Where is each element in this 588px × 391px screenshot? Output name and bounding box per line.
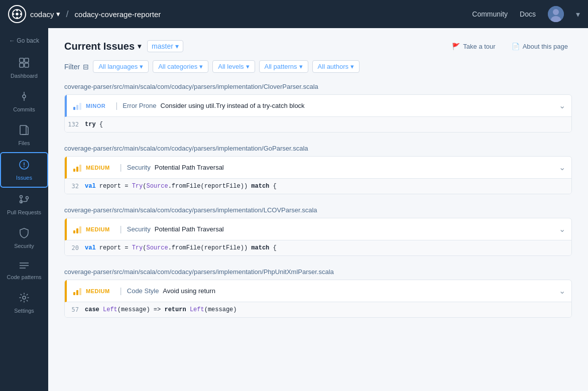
severity-label: MEDIUM	[86, 226, 110, 232]
dashboard-icon	[19, 57, 30, 70]
issue-expand-chevron[interactable]: ⌄	[559, 163, 565, 172]
issue-groups: coverage-parser/src/main/scala/com/codac…	[64, 83, 572, 318]
code-patterns-icon	[19, 261, 30, 271]
header-actions: 🚩 Take a tour 📄 About this page	[448, 41, 572, 52]
svg-point-13	[23, 95, 26, 98]
svg-point-26	[23, 296, 26, 299]
svg-point-5	[13, 13, 15, 15]
issue-filepath: coverage-parser/src/main/scala/com/codac…	[64, 206, 572, 214]
svg-point-1	[16, 13, 19, 16]
svg-rect-11	[20, 63, 24, 67]
issue-filepath: coverage-parser/src/main/scala/com/codac…	[64, 268, 572, 276]
issue-message: Consider using util.Try instead of a try…	[161, 102, 559, 109]
issue-group: coverage-parser/src/main/scala/com/codac…	[64, 83, 572, 133]
security-icon	[19, 227, 29, 240]
title-area: Current Issues ▾ master ▾	[64, 40, 183, 52]
filter-language[interactable]: All languages ▾	[93, 60, 149, 73]
severity-label: MINOR	[86, 103, 105, 109]
sidebar-item-dashboard-label: Dashboard	[11, 73, 38, 79]
issue-category: Error Prone	[123, 102, 156, 109]
issue-group: coverage-parser/src/main/scala/com/codac…	[64, 145, 572, 194]
code-line: 20val report = Try(Source.fromFile(repor…	[65, 240, 571, 255]
org-selector[interactable]: codacy ▾	[30, 10, 60, 19]
filter-icon: ⊟	[83, 63, 89, 71]
sidebar-item-security-label: Security	[14, 243, 34, 249]
svg-point-20	[20, 196, 23, 198]
sidebar-item-dashboard[interactable]: Dashboard	[0, 51, 48, 85]
sidebar-item-issues-label: Issues	[16, 175, 32, 181]
issue-card: MEDIUM|SecurityPotential Path Traversal⌄…	[64, 156, 572, 194]
sidebar-item-code-patterns-label: Code patterns	[7, 274, 41, 280]
svg-point-22	[26, 197, 29, 199]
issue-header[interactable]: MEDIUM|Code StyleAvoid using return⌄	[65, 280, 571, 302]
line-code: try {	[85, 121, 103, 128]
branch-chevron: ▾	[175, 42, 179, 50]
sidebar-item-settings[interactable]: Settings	[0, 286, 48, 320]
issue-group: coverage-parser/src/main/scala/com/codac…	[64, 268, 572, 318]
sidebar-item-pull-requests[interactable]: Pull Requests	[0, 188, 48, 221]
sidebar-item-security[interactable]: Security	[0, 221, 48, 255]
svg-rect-12	[25, 63, 29, 67]
sidebar-item-commits-label: Commits	[13, 106, 35, 112]
filter-language-chevron: ▾	[140, 63, 143, 70]
issue-card: MEDIUM|SecurityPotential Path Traversal⌄…	[64, 218, 572, 256]
issue-header[interactable]: MINOR|Error ProneConsider using util.Try…	[65, 95, 571, 117]
sidebar-item-pull-requests-label: Pull Requests	[7, 209, 41, 215]
topnav: codacy ▾ / codacy-coverage-reporter Comm…	[0, 0, 588, 28]
commits-icon	[19, 91, 30, 103]
severity-icon	[73, 163, 82, 172]
filter-categories[interactable]: All categories ▾	[153, 60, 208, 73]
branch-selector[interactable]: master ▾	[147, 40, 183, 52]
logo[interactable]	[8, 5, 26, 23]
issue-header[interactable]: MEDIUM|SecurityPotential Path Traversal⌄	[65, 157, 571, 179]
code-line: 57case Left(message) => return Left(mess…	[65, 302, 571, 317]
main-content: Current Issues ▾ master ▾ 🚩 Take a tour …	[48, 28, 588, 391]
issue-category: Security	[127, 225, 151, 233]
docs-link[interactable]: Docs	[520, 10, 536, 18]
sidebar-item-files[interactable]: Files	[0, 118, 48, 152]
files-icon	[19, 124, 29, 137]
code-line: 32val report = Try(Source.fromFile(repor…	[65, 179, 571, 194]
svg-point-19	[24, 166, 25, 167]
severity-icon	[73, 225, 82, 234]
avatar-chevron[interactable]: ▾	[576, 10, 580, 19]
issue-expand-chevron[interactable]: ⌄	[559, 286, 565, 296]
line-number: 20	[65, 244, 85, 251]
sidebar: ← Go back Dashboard Commits	[0, 28, 48, 391]
filter-levels[interactable]: All levels ▾	[212, 60, 255, 73]
svg-point-4	[16, 17, 18, 19]
about-page-button[interactable]: 📄 About this page	[508, 41, 572, 52]
severity-label: MEDIUM	[86, 165, 110, 171]
filter-authors[interactable]: All authors ▾	[312, 60, 360, 73]
settings-icon	[19, 292, 30, 305]
issue-message: Potential Path Traversal	[155, 225, 559, 233]
line-code: val report = Try(Source.fromFile(reportF…	[85, 244, 277, 251]
svg-point-3	[20, 13, 22, 15]
sidebar-item-commits[interactable]: Commits	[0, 85, 48, 118]
sidebar-item-files-label: Files	[18, 140, 30, 146]
line-number: 32	[65, 183, 85, 190]
issue-expand-chevron[interactable]: ⌄	[559, 224, 565, 234]
issue-card: MINOR|Error ProneConsider using util.Try…	[64, 94, 572, 133]
sidebar-item-issues[interactable]: Issues	[0, 152, 48, 188]
go-back-button[interactable]: ← Go back	[0, 32, 48, 51]
issue-header[interactable]: MEDIUM|SecurityPotential Path Traversal⌄	[65, 218, 571, 240]
info-icon: 📄	[512, 43, 520, 50]
issue-group: coverage-parser/src/main/scala/com/codac…	[64, 206, 572, 256]
sidebar-item-code-patterns[interactable]: Code patterns	[0, 255, 48, 286]
filter-patterns[interactable]: All patterns ▾	[259, 60, 308, 73]
repo-name: codacy-coverage-reporter	[75, 10, 161, 19]
issue-message: Avoid using return	[163, 287, 559, 295]
issue-expand-chevron[interactable]: ⌄	[559, 101, 565, 110]
line-code: val report = Try(Source.fromFile(reportF…	[85, 183, 277, 190]
topnav-right: Community Docs ▾	[472, 6, 580, 22]
issue-message: Potential Path Traversal	[155, 164, 559, 171]
community-link[interactable]: Community	[472, 10, 508, 18]
issue-category: Security	[127, 164, 151, 171]
filter-bar: Filter ⊟ All languages ▾ All categories …	[64, 60, 572, 73]
flag-icon: 🚩	[452, 43, 460, 50]
pull-requests-icon	[19, 194, 30, 206]
take-tour-button[interactable]: 🚩 Take a tour	[448, 41, 499, 52]
svg-rect-10	[25, 58, 29, 62]
user-avatar[interactable]	[548, 6, 564, 22]
